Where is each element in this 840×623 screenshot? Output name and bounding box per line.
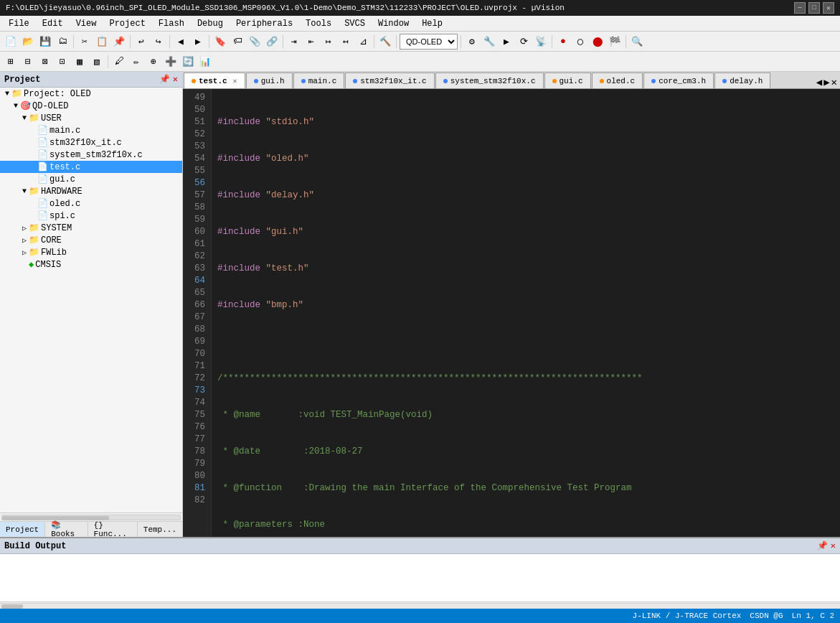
tree-stm32-it[interactable]: ▷ 📄 stm32f10x_it.c xyxy=(0,136,182,149)
tree-system[interactable]: ▷ 📄 system_stm32f10x.c xyxy=(0,149,182,161)
toggle-qd-oled[interactable]: ▼ xyxy=(11,102,20,110)
build-button[interactable]: 🔨 xyxy=(377,34,393,50)
bottom-hscrollbar[interactable] xyxy=(0,603,840,609)
debug3-button[interactable]: ⬤ xyxy=(590,34,605,50)
menu-flash[interactable]: Flash xyxy=(153,17,190,30)
menu-edit[interactable]: Edit xyxy=(37,17,69,30)
sidebar-tab-books[interactable]: 📚 Books xyxy=(45,522,88,537)
tree-spi-c[interactable]: ▷ 📄 spi.c xyxy=(0,210,182,222)
indent3-button[interactable]: ↤ xyxy=(338,34,354,50)
menu-window[interactable]: Window xyxy=(372,17,415,30)
bookmark4-button[interactable]: 🔗 xyxy=(264,34,280,50)
t2-btn8[interactable]: ✏ xyxy=(128,54,144,70)
t2-btn3[interactable]: ⊠ xyxy=(37,54,53,70)
t2-btn10[interactable]: ➕ xyxy=(163,54,179,70)
cut-button[interactable]: ✂ xyxy=(77,34,93,50)
undo-button[interactable]: ↩ xyxy=(133,34,149,50)
tree-qd-oled[interactable]: ▼ 🎯 QD-OLED xyxy=(0,100,182,112)
pin-icon[interactable]: 📌 xyxy=(159,74,170,85)
t2-btn5[interactable]: ▦ xyxy=(72,54,88,70)
save-button[interactable]: 💾 xyxy=(37,34,53,50)
target-select[interactable]: QD-OLED xyxy=(400,34,458,50)
minimize-button[interactable]: — xyxy=(794,2,806,14)
tab-close-test[interactable]: ✕ xyxy=(233,77,237,85)
tree-gui-c[interactable]: ▷ 📄 gui.c xyxy=(0,173,182,185)
toggle-user[interactable]: ▼ xyxy=(20,114,29,122)
tree-main-c[interactable]: ▷ 📄 main.c xyxy=(0,124,182,136)
tab-core-cm3[interactable]: core_cm3.h xyxy=(643,72,714,88)
tool3-button[interactable]: ▶ xyxy=(499,34,514,50)
tree-system-folder[interactable]: ▷ 📁 SYSTEM xyxy=(0,222,182,234)
t2-btn7[interactable]: 🖊 xyxy=(111,54,127,70)
tree-core[interactable]: ▷ 📁 CORE xyxy=(0,234,182,246)
debug1-button[interactable]: ● xyxy=(555,34,571,50)
menu-peripherals[interactable]: Peripherals xyxy=(230,17,298,30)
bottom-pin-icon[interactable]: 📌 xyxy=(817,540,828,551)
unindent-button[interactable]: ⇤ xyxy=(303,34,319,50)
save-all-button[interactable]: 🗂 xyxy=(55,34,70,50)
tree-hardware[interactable]: ▼ 📁 HARDWARE xyxy=(0,185,182,197)
paste-button[interactable]: 📌 xyxy=(111,34,127,50)
indent4-button[interactable]: ⊿ xyxy=(355,34,371,50)
indent-button[interactable]: ⇥ xyxy=(286,34,302,50)
toggle-fwlib[interactable]: ▷ xyxy=(20,248,29,257)
tab-scroll-left[interactable]: ◀ xyxy=(816,76,822,88)
bottom-scrollbar-area[interactable] xyxy=(0,601,840,609)
bottom-close-icon[interactable]: ✕ xyxy=(831,540,836,551)
menu-debug[interactable]: Debug xyxy=(192,17,229,30)
copy-button[interactable]: 📋 xyxy=(94,34,110,50)
tab-system-stm32[interactable]: system_stm32f10x.c xyxy=(435,72,544,88)
tool5-button[interactable]: 📡 xyxy=(533,34,549,50)
tree-test-c[interactable]: ▷ 📄 test.c xyxy=(0,161,182,173)
menu-help[interactable]: Help xyxy=(416,17,448,30)
menu-project[interactable]: Project xyxy=(103,17,151,30)
toggle-hardware[interactable]: ▼ xyxy=(20,187,29,195)
toggle-core[interactable]: ▷ xyxy=(20,236,29,245)
t2-btn11[interactable]: 🔄 xyxy=(180,54,196,70)
tool4-button[interactable]: ⟳ xyxy=(516,34,532,50)
t2-btn2[interactable]: ⊟ xyxy=(20,54,36,70)
nav-fwd-button[interactable]: ▶ xyxy=(190,34,206,50)
menu-file[interactable]: File xyxy=(3,17,35,30)
sidebar-scrollbar-thumb[interactable] xyxy=(2,516,109,520)
toggle-project[interactable]: ▼ xyxy=(3,90,11,98)
tab-delay-h[interactable]: delay.h xyxy=(714,72,770,88)
tool1-button[interactable]: ⚙ xyxy=(464,34,480,50)
sidebar-tab-func[interactable]: {} Func... xyxy=(88,522,138,537)
toggle-system[interactable]: ▷ xyxy=(20,224,29,233)
search-button[interactable]: 🔍 xyxy=(629,34,645,50)
t2-btn4[interactable]: ⊡ xyxy=(55,54,70,70)
menu-svcs[interactable]: SVCS xyxy=(339,17,371,30)
bookmark3-button[interactable]: 📎 xyxy=(247,34,263,50)
tree-fwlib[interactable]: ▷ 📁 FWLib xyxy=(0,246,182,258)
tree-cmsis[interactable]: ▷ ◆ CMSIS xyxy=(0,258,182,271)
close-button[interactable]: ✕ xyxy=(823,2,834,14)
tab-gui-c[interactable]: gui.c xyxy=(544,72,591,88)
debug2-button[interactable]: ◯ xyxy=(572,34,588,50)
code-editor[interactable]: 49 50 51 52 53 54 55 56 57 58 59 60 61 6… xyxy=(183,89,840,537)
tab-scroll-right[interactable]: ▶ xyxy=(824,76,829,88)
sidebar-scroll-area[interactable] xyxy=(0,512,182,521)
t2-btn12[interactable]: 📊 xyxy=(197,54,213,70)
new-file-button[interactable]: 📄 xyxy=(3,34,19,50)
redo-button[interactable]: ↪ xyxy=(151,34,166,50)
tool2-button[interactable]: 🔧 xyxy=(481,34,497,50)
indent2-button[interactable]: ↦ xyxy=(321,34,336,50)
tree-user[interactable]: ▼ 📁 USER xyxy=(0,112,182,124)
t2-btn9[interactable]: ⊕ xyxy=(146,54,161,70)
bottom-hscrollbar-thumb[interactable] xyxy=(1,604,23,609)
open-file-button[interactable]: 📂 xyxy=(20,34,36,50)
sidebar-tab-project[interactable]: Project xyxy=(0,522,45,537)
debug4-button[interactable]: 🏁 xyxy=(607,34,623,50)
tree-project-oled[interactable]: ▼ 📁 Project: OLED xyxy=(0,88,182,100)
bookmark1-button[interactable]: 🔖 xyxy=(212,34,228,50)
tab-test-c[interactable]: test.c ✕ xyxy=(184,72,245,88)
menu-tools[interactable]: Tools xyxy=(300,17,337,30)
t2-btn1[interactable]: ⊞ xyxy=(3,54,19,70)
maximize-button[interactable]: □ xyxy=(808,2,820,14)
tab-close-all[interactable]: ✕ xyxy=(831,76,837,88)
tree-oled-c[interactable]: ▷ 📄 oled.c xyxy=(0,197,182,210)
sidebar-scrollbar[interactable] xyxy=(1,515,181,520)
close-sidebar-icon[interactable]: ✕ xyxy=(173,74,178,85)
menu-view[interactable]: View xyxy=(70,17,103,30)
